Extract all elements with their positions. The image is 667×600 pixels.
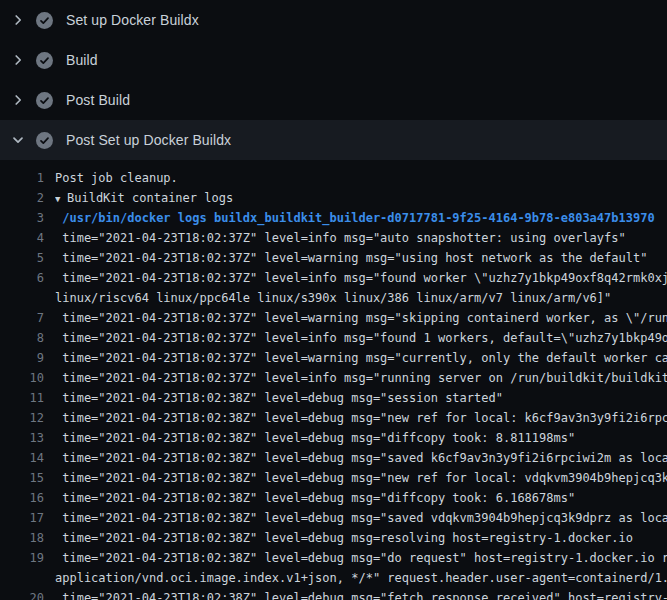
chevron-right-icon [10,92,26,108]
log-row: 18 time="2021-04-23T18:02:38Z" level=deb… [0,528,667,548]
log-text: time="2021-04-23T18:02:38Z" level=debug … [55,548,667,568]
log-text: time="2021-04-23T18:02:37Z" level=warnin… [55,348,667,368]
log-row: 15 time="2021-04-23T18:02:38Z" level=deb… [0,468,667,488]
log-text: time="2021-04-23T18:02:37Z" level=info m… [55,328,667,348]
line-number[interactable]: 1 [0,168,44,188]
line-number [0,568,44,588]
group-toggle-icon[interactable]: ▼ [55,189,67,209]
line-number[interactable]: 17 [0,508,44,528]
line-number[interactable]: 16 [0,488,44,508]
log-text: time="2021-04-23T18:02:38Z" level=debug … [55,468,667,488]
log-row: 3 /usr/bin/docker logs buildx_buildkit_b… [0,208,667,228]
chevron-right-icon [10,52,26,68]
log-text: ▼BuildKit container logs [55,188,667,208]
log-command-text: /usr/bin/docker logs buildx_buildkit_bui… [55,208,667,228]
log-row: linux/riscv64 linux/ppc64le linux/s390x … [0,288,667,308]
log-text: time="2021-04-23T18:02:38Z" level=debug … [55,448,667,468]
log-text: time="2021-04-23T18:02:37Z" level=warnin… [55,248,667,268]
line-number[interactable]: 15 [0,468,44,488]
log-text: time="2021-04-23T18:02:37Z" level=info m… [55,368,667,388]
line-number[interactable]: 3 [0,208,44,228]
log-text: time="2021-04-23T18:02:38Z" level=debug … [55,388,667,408]
log-row: 14 time="2021-04-23T18:02:38Z" level=deb… [0,448,667,468]
line-number[interactable]: 12 [0,408,44,428]
log-row: 16 time="2021-04-23T18:02:38Z" level=deb… [0,488,667,508]
line-number[interactable]: 19 [0,548,44,568]
steps-list: Set up Docker BuildxBuildPost BuildPost … [0,0,667,160]
line-number[interactable]: 6 [0,268,44,288]
step-label: Build [66,52,98,68]
log-row: 2▼BuildKit container logs [0,188,667,208]
log-row: 5 time="2021-04-23T18:02:37Z" level=warn… [0,248,667,268]
line-number [0,288,44,308]
log-row: 10 time="2021-04-23T18:02:37Z" level=inf… [0,368,667,388]
log-row: 4 time="2021-04-23T18:02:37Z" level=info… [0,228,667,248]
step-header-set-up-docker-buildx[interactable]: Set up Docker Buildx [0,0,667,40]
line-number[interactable]: 8 [0,328,44,348]
line-number[interactable]: 5 [0,248,44,268]
log-row: 6 time="2021-04-23T18:02:37Z" level=info… [0,268,667,288]
log-text: time="2021-04-23T18:02:38Z" level=debug … [55,428,667,448]
check-circle-icon [36,92,53,109]
line-number[interactable]: 11 [0,388,44,408]
log-row: 11 time="2021-04-23T18:02:38Z" level=deb… [0,388,667,408]
log-row: 7 time="2021-04-23T18:02:37Z" level=warn… [0,308,667,328]
step-label: Set up Docker Buildx [66,12,199,28]
group-title[interactable]: BuildKit container logs [67,191,233,205]
log-text: time="2021-04-23T18:02:38Z" level=debug … [55,408,667,428]
log-text: time="2021-04-23T18:02:37Z" level=warnin… [55,308,667,328]
log-row: 20 time="2021-04-23T18:02:38Z" level=deb… [0,588,667,600]
step-header-post-build[interactable]: Post Build [0,80,667,120]
log-text: Post job cleanup. [55,168,667,188]
line-number[interactable]: 2 [0,188,44,208]
log-row: application/vnd.oci.image.index.v1+json,… [0,568,667,588]
check-circle-icon [36,132,53,149]
step-label: Post Build [66,92,130,108]
line-number[interactable]: 7 [0,308,44,328]
check-circle-icon [36,52,53,69]
step-header-build[interactable]: Build [0,40,667,80]
log-row: 17 time="2021-04-23T18:02:38Z" level=deb… [0,508,667,528]
log-text: time="2021-04-23T18:02:38Z" level=debug … [55,508,667,528]
log-area: 1Post job cleanup.2▼BuildKit container l… [0,160,667,600]
actions-log-viewer: Set up Docker BuildxBuildPost BuildPost … [0,0,667,600]
chevron-down-icon [10,132,26,148]
line-number[interactable]: 14 [0,448,44,468]
log-text: time="2021-04-23T18:02:37Z" level=info m… [55,268,667,288]
step-label: Post Set up Docker Buildx [66,132,231,148]
step-header-post-set-up-docker-buildx[interactable]: Post Set up Docker Buildx [0,120,667,160]
line-number[interactable]: 9 [0,348,44,368]
line-number[interactable]: 4 [0,228,44,248]
line-number[interactable]: 13 [0,428,44,448]
log-row: 1Post job cleanup. [0,168,667,188]
check-circle-icon [36,12,53,29]
log-text: time="2021-04-23T18:02:38Z" level=debug … [55,488,667,508]
log-text: linux/riscv64 linux/ppc64le linux/s390x … [55,288,667,308]
log-text: application/vnd.oci.image.index.v1+json,… [55,568,667,588]
log-text: time="2021-04-23T18:02:38Z" level=debug … [55,588,667,600]
line-number[interactable]: 18 [0,528,44,548]
log-text: time="2021-04-23T18:02:37Z" level=info m… [55,228,667,248]
log-row: 12 time="2021-04-23T18:02:38Z" level=deb… [0,408,667,428]
log-row: 19 time="2021-04-23T18:02:38Z" level=deb… [0,548,667,568]
line-number[interactable]: 10 [0,368,44,388]
chevron-right-icon [10,12,26,28]
line-number[interactable]: 20 [0,588,44,600]
log-text: time="2021-04-23T18:02:38Z" level=debug … [55,528,667,548]
log-row: 13 time="2021-04-23T18:02:38Z" level=deb… [0,428,667,448]
log-row: 9 time="2021-04-23T18:02:37Z" level=warn… [0,348,667,368]
log-row: 8 time="2021-04-23T18:02:37Z" level=info… [0,328,667,348]
